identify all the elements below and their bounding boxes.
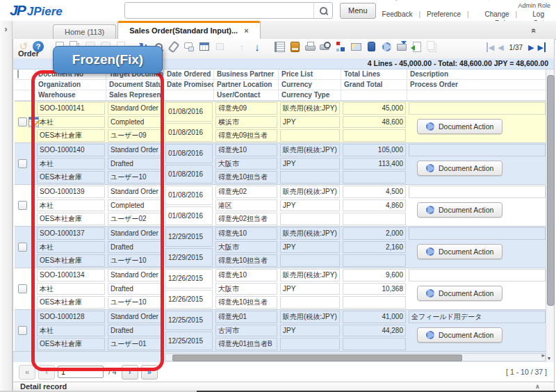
- column-header[interactable]: [407, 90, 547, 101]
- table-row[interactable]: SOO-1000140本社OES本社倉庫Standard OrderDrafte…: [15, 142, 547, 184]
- first-record-icon[interactable]: ◀: [486, 42, 494, 52]
- report-icon[interactable]: [273, 40, 286, 53]
- page-number-input[interactable]: [58, 366, 104, 378]
- table-row[interactable]: SOO-1000134本社OES本社倉庫Standard OrderDrafte…: [15, 268, 547, 309]
- detail-record-icon[interactable]: ↓: [251, 40, 263, 53]
- scroll-down-icon[interactable]: ▾: [548, 355, 550, 361]
- first-page-button[interactable]: «: [19, 365, 35, 379]
- vertical-scroll-thumb[interactable]: [547, 75, 555, 306]
- column-header[interactable]: Process Order: [407, 80, 547, 90]
- column-description: Document Action: [407, 143, 547, 184]
- clone-icon[interactable]: [426, 40, 439, 53]
- email-icon[interactable]: [350, 40, 362, 53]
- close-tab-icon[interactable]: ×: [244, 23, 248, 39]
- export-icon[interactable]: [395, 40, 408, 53]
- column-header[interactable]: Price List: [279, 70, 341, 80]
- select-all-checkbox[interactable]: [17, 70, 19, 79]
- header-row: Document NoTarget Document TypeDate Orde…: [15, 70, 547, 80]
- next-page-button[interactable]: ›: [122, 365, 138, 379]
- document-action-button[interactable]: Document Action: [417, 327, 502, 343]
- document-action-button[interactable]: Document Action: [417, 286, 502, 301]
- next-record-icon[interactable]: ▶: [528, 42, 534, 52]
- column-header[interactable]: [341, 90, 407, 101]
- menu-button[interactable]: Menu: [340, 3, 376, 19]
- parent-record-icon[interactable]: ↑: [236, 40, 248, 53]
- previous-record-icon[interactable]: ◀: [498, 42, 503, 52]
- table-row[interactable]: SOO-1000137本社OES本社倉庫Standard OrderDrafte…: [15, 226, 547, 268]
- expand-west-panel-icon[interactable]: ›: [0, 24, 12, 34]
- last-page-button[interactable]: »: [141, 365, 158, 379]
- copy-record-icon[interactable]: [69, 40, 81, 53]
- cell-user-contact: 得意先02担当者: [215, 213, 277, 225]
- row-select-checkbox[interactable]: [18, 201, 27, 210]
- table-row[interactable]: SOO-1000141本社OES本社倉庫Standard OrderComple…: [15, 101, 547, 142]
- global-search: [124, 2, 333, 19]
- workflow-icon[interactable]: [334, 40, 347, 53]
- collapse-header-icon[interactable]: «: [530, 28, 539, 33]
- search-button[interactable]: [313, 3, 332, 18]
- last-record-icon[interactable]: ▶: [538, 42, 546, 52]
- previous-page-button[interactable]: ‹: [38, 365, 55, 379]
- column-header[interactable]: Sales Representative: [106, 90, 164, 101]
- grid-toggle-icon[interactable]: [198, 40, 211, 53]
- tab-label: Home (113): [65, 28, 104, 36]
- product-info-icon[interactable]: [365, 40, 377, 53]
- table-row[interactable]: SOO-1000139本社OES本社倉庫Standard OrderComple…: [15, 184, 547, 226]
- column-header[interactable]: Date Ordered: [164, 70, 214, 80]
- document-action-button[interactable]: Document Action: [417, 202, 502, 218]
- column-header[interactable]: Organization: [35, 80, 106, 90]
- cell-currency-type: [280, 171, 340, 183]
- column-header[interactable]: Warehouse: [35, 90, 106, 101]
- row-select-checkbox[interactable]: [18, 284, 27, 293]
- column-header[interactable]: Date Promised: [164, 80, 214, 90]
- cell-total-empty: [343, 129, 406, 142]
- column-header[interactable]: Grand Total: [341, 80, 407, 90]
- chat-icon[interactable]: [183, 40, 195, 53]
- document-action-button[interactable]: Document Action: [417, 161, 502, 176]
- table-row[interactable]: SOO-1000128本社OES本社倉庫Standard OrderDrafte…: [15, 309, 547, 351]
- user-role-info: SuperUser@OSS ERP Solutions.本社/OSS ERP S…: [376, 0, 550, 10]
- document-action-label: Document Action: [439, 331, 493, 339]
- cell-organization: 本社: [37, 158, 105, 170]
- attachment-icon[interactable]: [167, 40, 180, 53]
- file-import-icon[interactable]: [411, 40, 423, 53]
- refresh-icon[interactable]: ↻: [137, 40, 149, 53]
- detail-record-bar[interactable]: Detail record ∧: [13, 382, 554, 391]
- column-header[interactable]: Document Status: [106, 80, 164, 90]
- row-select-checkbox[interactable]: [18, 243, 27, 252]
- cell-price-list: 販売用(税抜:JPY): [280, 311, 340, 323]
- horizontal-scroll-thumb[interactable]: [172, 354, 462, 361]
- print-preview-icon[interactable]: [319, 40, 332, 53]
- process-icon[interactable]: [380, 40, 393, 53]
- save-create-icon[interactable]: [99, 40, 112, 53]
- horizontal-scroll-track[interactable]: [165, 353, 546, 361]
- global-search-input[interactable]: [125, 4, 313, 17]
- find-icon[interactable]: [152, 40, 165, 53]
- column-header[interactable]: Total Lines: [341, 70, 407, 80]
- tab-home-113-[interactable]: Home (113): [53, 24, 116, 39]
- column-header[interactable]: Partner Location: [214, 80, 279, 90]
- column-header[interactable]: Document No: [35, 70, 106, 80]
- new-record-icon[interactable]: [54, 40, 66, 53]
- row-select-checkbox[interactable]: [18, 326, 27, 335]
- document-action-button[interactable]: Document Action: [417, 244, 502, 259]
- row-select-checkbox[interactable]: [18, 159, 27, 168]
- logo-text: JPiere: [27, 5, 63, 19]
- tab-sales-order-standard-input-[interactable]: Sales Order(Standard Input)...×: [117, 21, 260, 39]
- column-header[interactable]: Currency Type: [279, 90, 341, 101]
- cell-sales-representative: ユーザー02: [108, 213, 163, 225]
- column-header[interactable]: Description: [407, 70, 547, 80]
- document-action-button[interactable]: Document Action: [417, 119, 502, 134]
- scroll-right-icon[interactable]: ▸: [541, 352, 545, 359]
- row-select-checkbox[interactable]: [18, 117, 27, 126]
- column-header[interactable]: Currency: [279, 80, 341, 90]
- delete-record-icon[interactable]: [115, 40, 127, 53]
- deselect-icon[interactable]: [213, 40, 226, 53]
- print-icon[interactable]: [304, 40, 316, 53]
- column-header[interactable]: Business Partner: [214, 70, 279, 80]
- save-icon[interactable]: [84, 40, 97, 53]
- column-header[interactable]: User/Contact: [214, 90, 279, 101]
- column-header[interactable]: Target Document Type: [106, 70, 164, 80]
- archive-icon[interactable]: [288, 40, 301, 53]
- column-header[interactable]: [164, 90, 214, 101]
